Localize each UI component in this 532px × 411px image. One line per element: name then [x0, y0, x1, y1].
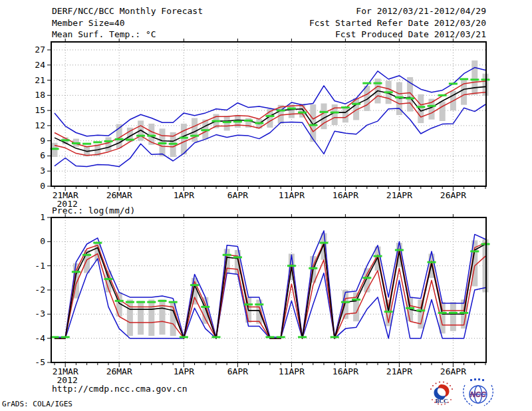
y-tick-label: 24 — [35, 60, 45, 70]
y-tick-label: 0 — [40, 181, 45, 191]
ncc-logo-text: NCC — [470, 390, 487, 398]
y-tick-label: 15 — [35, 105, 45, 115]
y-tick-label: 9 — [40, 136, 45, 146]
grads-credit: GrADS: COLA/IGES — [2, 399, 72, 409]
y-tick-label: -4 — [35, 333, 45, 343]
plot-frame — [51, 217, 486, 362]
x-tick-label: 6APR — [227, 190, 248, 200]
x-tick-label: 26MAR — [106, 190, 132, 200]
y-tick-label: 12 — [35, 120, 45, 130]
y-tick-label: -5 — [35, 357, 45, 367]
precipitation-chart: -5-4-3-2-10121MAR201226MAR1APR6APR11APR1… — [35, 212, 489, 385]
y-tick-label: 18 — [35, 90, 45, 100]
x-tick-label: 26APR — [440, 190, 466, 200]
x-tick-label: 11APR — [279, 366, 305, 376]
y-tick-label: 6 — [40, 150, 45, 160]
y-tick-label: -3 — [35, 309, 45, 319]
grads-forecast-page: DERF/NCC/BCC Monthly Forecast Member Siz… — [0, 0, 532, 411]
axis-ticks — [47, 214, 485, 367]
x-tick-sublabel: 2012 — [57, 199, 78, 209]
ncc-top-marks — [470, 378, 484, 381]
x-tick-label: 21APR — [386, 366, 412, 376]
y-tick-label: 21 — [35, 75, 45, 85]
x-tick-label: 16APR — [332, 366, 358, 376]
y-tick-label: 3 — [40, 166, 45, 176]
bcc-logo: BCC — [424, 378, 459, 408]
x-tick-label: 6APR — [227, 366, 248, 376]
source-url: http://cmdp.ncc.cma.gov.cn — [52, 384, 188, 394]
charts-canvas: 036912151821242721MAR201226MAR1APR6APR11… — [0, 0, 532, 411]
y-tick-label: 1 — [40, 212, 45, 222]
x-tick-label: 21APR — [386, 190, 412, 200]
temperature-chart: 036912151821242721MAR201226MAR1APR6APR11… — [35, 39, 489, 209]
x-tick-label: 16APR — [332, 190, 358, 200]
y-tick-label: -2 — [35, 285, 45, 295]
ncc-logo: NCC — [459, 376, 497, 408]
x-tick-label: 1APR — [174, 366, 194, 376]
gridlines — [51, 217, 486, 362]
x-tick-label: 1APR — [174, 190, 194, 200]
x-tick-label: 26MAR — [106, 366, 132, 376]
y-tick-label: 27 — [35, 45, 45, 55]
bcc-logo-text: BCC — [435, 398, 448, 404]
x-tick-label: 26APR — [440, 366, 466, 376]
y-tick-label: -1 — [35, 261, 45, 271]
x-tick-label: 11APR — [279, 190, 305, 200]
y-tick-label: 0 — [40, 236, 45, 246]
